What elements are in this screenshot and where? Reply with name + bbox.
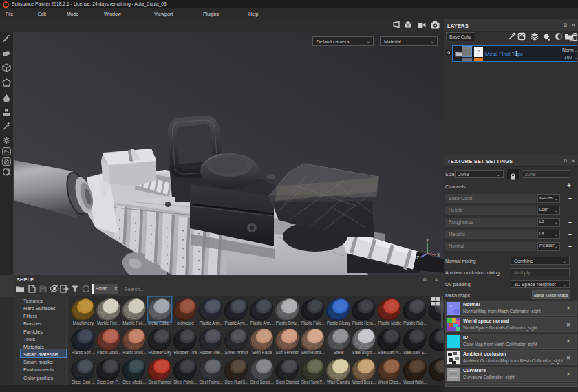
svg-text:Wax Candle: Wax Candle [327,380,350,384]
svg-text:Steel Painted: Steel Painted [148,380,171,384]
svg-text:Steel Rust S...: Steel Rust S... [225,380,248,384]
svg-text:Steel Scratc...: Steel Scratc... [250,380,274,384]
svg-text:Y: Y [426,238,429,243]
svg-text:X: X [437,252,440,257]
svg-text:Wood Beec...: Wood Beec... [352,380,376,384]
svg-text:Plastic Used...: Plastic Used... [97,350,120,355]
svg-text:Steel Painte...: Steel Painte... [200,380,223,384]
svg-text:Steel: Steel [333,350,344,355]
svg-text:Plastic Arm...: Plastic Arm... [250,320,274,325]
svg-text:Plastic Hexa...: Plastic Hexa... [352,320,376,325]
svg-text:Steel Painte...: Steel Painte... [173,380,197,384]
svg-text:Steel Gun ...: Steel Gun ... [72,380,95,384]
svg-text:Skin Feverish: Skin Feverish [276,350,299,355]
svg-text:Wood Waln...: Wood Waln... [403,380,427,384]
svg-text:Steel Tank P...: Steel Tank P... [301,380,325,384]
svg-text:Rubber Dry: Rubber Dry [148,350,172,356]
svg-text:Plastic Glossy: Plastic Glossy [327,320,351,326]
svg-text:Silver Armor: Silver Armor [225,350,249,355]
svg-text:Plastic Soft ...: Plastic Soft ... [72,350,95,355]
svg-text:oldwood: oldwood [177,320,194,325]
svg-text:Ps: Ps [4,149,10,154]
svg-text:Machinery: Machinery [73,320,94,326]
svg-text:Rubber Tire...: Rubber Tire... [200,350,223,355]
svg-text:Steel Dark A...: Steel Dark A... [378,350,401,355]
svg-text:Plastic Fake...: Plastic Fake... [301,320,325,325]
svg-text:Plastic Dirty...: Plastic Dirty... [276,320,299,326]
svg-text:Skin Huma...: Skin Huma... [301,350,325,355]
svg-text:Marble Fine...: Marble Fine... [97,320,120,325]
svg-text:Wood Ches...: Wood Ches... [378,380,401,384]
svg-text:Steel Stained: Steel Stained [276,380,299,384]
svg-text:Steel Dark S...: Steel Dark S... [403,350,427,355]
svg-text:Skin Face: Skin Face [252,350,272,355]
svg-text:Metal Edita...: Metal Edita... [148,320,171,325]
svg-text:Plastic Rub...: Plastic Rub... [403,320,427,325]
svg-text:Steel Bright ...: Steel Bright ... [352,350,376,356]
svg-text:Rubber Tire: Rubber Tire [173,350,197,355]
svg-text:Marble Poli...: Marble Poli... [122,320,146,325]
svg-text:Plastic Arm...: Plastic Arm... [200,320,223,325]
svg-text:Z: Z [416,255,420,260]
svg-text:Plastic Matte: Plastic Matte [378,320,401,325]
svg-text:Plastic Used...: Plastic Used... [122,350,146,355]
svg-text:Steel Gun P...: Steel Gun P... [97,380,120,384]
svg-text:Steel Medie...: Steel Medie... [122,380,146,384]
svg-text:Plastic Arm...: Plastic Arm... [225,320,248,325]
